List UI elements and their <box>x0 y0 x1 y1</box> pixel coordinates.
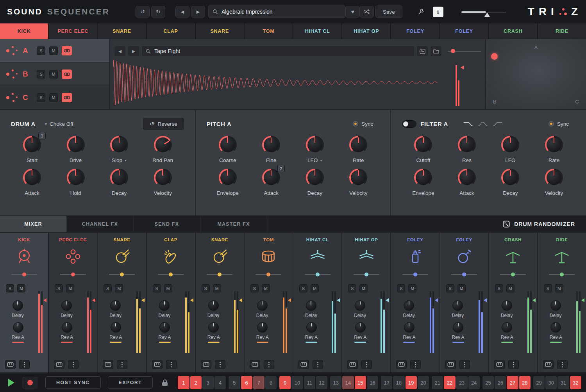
layer-link-button[interactable] <box>62 46 72 55</box>
mixer-strip-foley[interactable]: FOLEYSMDelayRev A <box>391 233 439 372</box>
drum-pad-tom[interactable]: TOM <box>245 23 293 39</box>
step-1[interactable]: 1 <box>178 376 189 389</box>
pan-slider[interactable] <box>60 272 86 277</box>
reverse-button[interactable]: ↺Reverse <box>143 118 184 130</box>
options-kebab-button[interactable] <box>313 360 323 369</box>
step-30[interactable]: 30 <box>545 376 557 389</box>
sample-next-button[interactable]: ▶ <box>128 46 139 57</box>
strip-mute-button[interactable]: M <box>506 284 515 292</box>
keyboard-button[interactable] <box>54 360 64 369</box>
delay-send-knob-control[interactable] <box>550 300 561 311</box>
strip-solo-button[interactable]: S <box>348 284 356 292</box>
knob-control-envelope[interactable] <box>219 169 237 187</box>
options-kebab-button[interactable] <box>166 360 177 369</box>
layer-row-a[interactable]: ASM <box>0 39 109 62</box>
strip-solo-button[interactable]: S <box>299 284 307 292</box>
step-25[interactable]: 25 <box>482 376 494 389</box>
drum-randomizer-button[interactable]: DRUM RANDOMIZER <box>503 216 586 232</box>
step-8[interactable]: 8 <box>265 376 277 389</box>
options-kebab-button[interactable] <box>215 360 225 369</box>
strip-solo-button[interactable]: S <box>446 284 454 292</box>
pan-slider[interactable] <box>11 272 37 277</box>
strip-mute-button[interactable]: M <box>408 284 416 292</box>
keyboard-button[interactable] <box>445 360 456 369</box>
preset-search[interactable] <box>208 5 346 18</box>
strip-solo-button[interactable]: S <box>202 284 210 292</box>
save-button[interactable]: Save <box>375 5 402 18</box>
mixer-strip-kick[interactable]: KICKSMDelayRev A <box>0 233 48 372</box>
step-17[interactable]: 17 <box>381 376 392 389</box>
layer-link-button[interactable] <box>62 93 72 102</box>
options-kebab-button[interactable] <box>459 360 470 369</box>
knob-control-fine[interactable] <box>262 136 280 154</box>
layer-solo-button[interactable]: S <box>37 70 45 78</box>
sync-radio[interactable]: Sync <box>548 121 569 127</box>
layer-solo-button[interactable]: S <box>37 46 45 55</box>
step-11[interactable]: 11 <box>304 376 315 389</box>
delay-send-knob-control[interactable] <box>404 300 414 311</box>
delay-send-knob-control[interactable] <box>208 300 219 311</box>
delay-send-knob-control[interactable] <box>452 300 463 311</box>
undo-button[interactable]: ↺ <box>136 6 150 18</box>
layer-row-b[interactable]: BSM <box>0 62 109 86</box>
mixer-strip-snare[interactable]: SNARESMDelayRev A <box>196 233 244 372</box>
step-20[interactable]: 20 <box>418 376 429 389</box>
keyboard-button[interactable] <box>494 360 505 369</box>
export-button[interactable]: EXPORT <box>108 376 153 389</box>
keyboard-button[interactable] <box>543 360 554 369</box>
layer-mute-button[interactable]: M <box>49 46 58 55</box>
step-15[interactable]: 15 <box>355 376 366 389</box>
knob-control-start[interactable] <box>23 136 41 154</box>
step-4[interactable]: 4 <box>214 376 226 389</box>
reverb-send-knob-control[interactable] <box>13 322 23 333</box>
volume-handle[interactable] <box>484 12 490 17</box>
layer-mute-button[interactable]: M <box>49 70 58 78</box>
delay-send-knob-control[interactable] <box>110 300 121 311</box>
play-button[interactable] <box>5 376 18 389</box>
knob-control-hold[interactable] <box>67 169 85 187</box>
step-31[interactable]: 31 <box>557 376 569 389</box>
step-27[interactable]: 27 <box>507 376 518 389</box>
delay-send-knob-control[interactable] <box>502 300 512 311</box>
strip-solo-button[interactable]: S <box>104 284 112 292</box>
delay-send-knob-control[interactable] <box>61 300 72 311</box>
mixer-strip-clap[interactable]: CLAPSMDelayRev A <box>147 233 195 372</box>
mixer-strip-hihat-cl[interactable]: HIHAT CLSMDelayRev A <box>293 233 341 372</box>
tab-sequencer[interactable]: SEQUENCER <box>47 7 110 16</box>
strip-mute-button[interactable]: M <box>164 284 172 292</box>
reverb-send-knob-control[interactable] <box>502 322 512 333</box>
drum-pad-foley[interactable]: FOLEY <box>440 23 488 39</box>
options-kebab-button[interactable] <box>557 360 568 369</box>
mixer-strip-foley[interactable]: FOLEYSMDelayRev A <box>440 233 488 372</box>
xy-cursor[interactable] <box>491 53 498 60</box>
options-kebab-button[interactable] <box>508 360 519 369</box>
knob-control-rate[interactable] <box>349 136 367 154</box>
preset-prev-button[interactable]: ◀ <box>175 6 189 18</box>
keyboard-button[interactable] <box>103 360 113 369</box>
mixer-strip-crash[interactable]: CRASHSMDelayRev A <box>489 233 537 372</box>
favorite-button[interactable]: ♥ <box>346 6 360 18</box>
knob-control-attack[interactable] <box>23 169 41 187</box>
step-28[interactable]: 28 <box>519 376 531 389</box>
keyboard-button[interactable] <box>5 360 16 369</box>
strip-mute-button[interactable]: M <box>17 284 25 292</box>
step-5[interactable]: 5 <box>229 376 240 389</box>
pan-slider[interactable] <box>109 272 135 277</box>
step-13[interactable]: 13 <box>330 376 341 389</box>
step-26[interactable]: 26 <box>495 376 506 389</box>
reverb-send-knob-control[interactable] <box>159 322 170 333</box>
strip-mute-button[interactable]: M <box>66 284 74 292</box>
mixer-strip-perc-elec[interactable]: PERC ELECSMDelayRev A <box>49 233 97 372</box>
reverb-send-knob-control[interactable] <box>306 322 317 333</box>
knob-control-res[interactable] <box>458 136 476 154</box>
step-32[interactable]: 32 <box>570 376 581 389</box>
pan-slider[interactable] <box>549 272 575 277</box>
knob-control-cutoff[interactable] <box>414 136 432 154</box>
delay-send-knob-control[interactable] <box>13 300 23 311</box>
options-kebab-button[interactable] <box>117 360 127 369</box>
knob-control-rnd-pan[interactable] <box>154 136 172 154</box>
reverb-send-knob-control[interactable] <box>550 322 561 333</box>
keyboard-button[interactable] <box>201 360 211 369</box>
strip-solo-button[interactable]: S <box>55 284 63 292</box>
sample-prev-button[interactable]: ◀ <box>114 46 126 57</box>
